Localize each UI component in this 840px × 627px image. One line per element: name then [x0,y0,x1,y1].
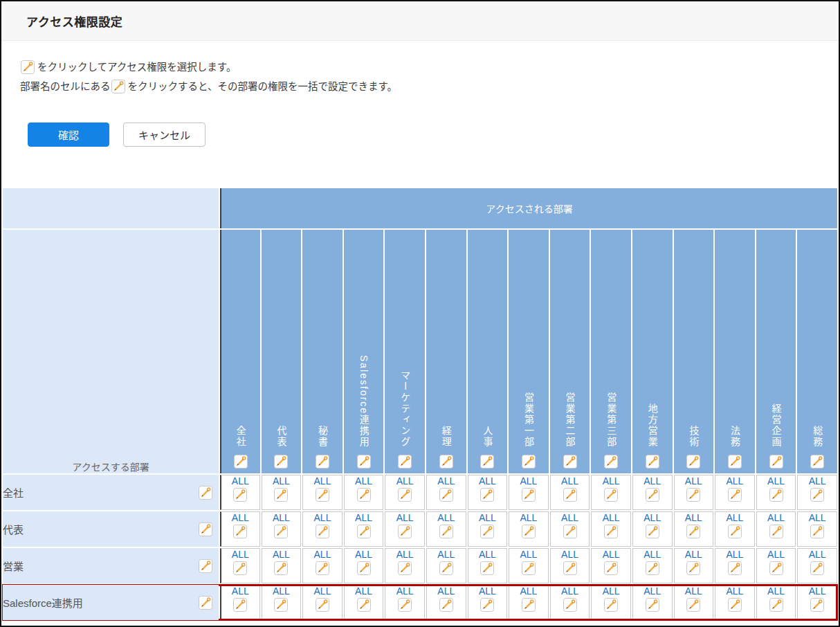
cell-edit-button[interactable] [480,598,494,612]
column-bulk-edit-button[interactable] [604,455,618,469]
permission-value-link[interactable]: ALL [427,475,466,487]
permission-value-link[interactable]: ALL [551,549,590,561]
row-bulk-edit-button[interactable] [199,596,212,610]
column-bulk-edit-button[interactable] [522,455,536,469]
cell-edit-button[interactable] [480,561,494,575]
cell-edit-button[interactable] [398,598,412,612]
column-bulk-edit-button[interactable] [234,455,248,469]
cell-edit-button[interactable] [316,598,329,612]
cell-edit-button[interactable] [357,525,371,538]
cell-edit-button[interactable] [604,525,618,538]
cell-edit-button[interactable] [233,525,247,538]
permission-value-link[interactable]: ALL [262,585,301,597]
column-bulk-edit-button[interactable] [480,455,494,469]
permission-value-link[interactable]: ALL [262,549,301,561]
cell-edit-button[interactable] [439,561,453,575]
permission-value-link[interactable]: ALL [509,475,548,487]
permission-value-link[interactable]: ALL [468,475,507,487]
permission-value-link[interactable]: ALL [221,585,259,597]
cell-edit-button[interactable] [480,525,494,538]
permission-value-link[interactable]: ALL [757,549,796,561]
permission-value-link[interactable]: ALL [385,549,424,561]
permission-value-link[interactable]: ALL [798,475,837,487]
column-bulk-edit-button[interactable] [686,455,700,469]
cell-edit-button[interactable] [274,488,288,502]
permission-value-link[interactable]: ALL [551,475,590,487]
column-bulk-edit-button[interactable] [398,455,412,469]
cell-edit-button[interactable] [233,598,247,612]
permission-value-link[interactable]: ALL [715,549,754,561]
cell-edit-button[interactable] [398,488,412,502]
column-bulk-edit-button[interactable] [810,455,824,469]
column-bulk-edit-button[interactable] [646,455,659,469]
cell-edit-button[interactable] [522,598,536,612]
cell-edit-button[interactable] [769,598,783,612]
permission-value-link[interactable]: ALL [757,475,796,487]
permission-value-link[interactable]: ALL [675,549,713,561]
column-bulk-edit-button[interactable] [274,455,288,469]
cell-edit-button[interactable] [274,525,288,538]
permission-value-link[interactable]: ALL [262,512,301,524]
permission-value-link[interactable]: ALL [427,549,466,561]
cell-edit-button[interactable] [604,561,618,575]
permission-value-link[interactable]: ALL [798,585,837,597]
permission-value-link[interactable]: ALL [798,549,837,561]
row-bulk-edit-button[interactable] [199,559,212,573]
column-bulk-edit-button[interactable] [563,455,577,469]
cell-edit-button[interactable] [522,488,536,502]
permission-value-link[interactable]: ALL [551,585,590,597]
permission-value-link[interactable]: ALL [427,585,466,597]
cell-edit-button[interactable] [646,598,659,612]
cell-edit-button[interactable] [357,488,371,502]
cell-edit-button[interactable] [274,598,288,612]
cell-edit-button[interactable] [686,488,700,502]
cell-edit-button[interactable] [604,488,618,502]
permission-value-link[interactable]: ALL [757,512,796,524]
cell-edit-button[interactable] [316,561,329,575]
cell-edit-button[interactable] [810,488,824,502]
permission-value-link[interactable]: ALL [592,549,630,561]
permission-value-link[interactable]: ALL [715,475,754,487]
cell-edit-button[interactable] [316,488,329,502]
cell-edit-button[interactable] [728,488,742,502]
cell-edit-button[interactable] [728,525,742,538]
permission-value-link[interactable]: ALL [798,512,837,524]
permission-value-link[interactable]: ALL [551,512,590,524]
confirm-button[interactable]: 確認 [28,122,109,147]
permission-value-link[interactable]: ALL [468,585,507,597]
permission-value-link[interactable]: ALL [468,512,507,524]
cell-edit-button[interactable] [233,488,247,502]
cell-edit-button[interactable] [439,488,453,502]
row-bulk-edit-button[interactable] [199,522,212,536]
column-bulk-edit-button[interactable] [316,455,329,469]
cell-edit-button[interactable] [810,598,824,612]
cell-edit-button[interactable] [522,525,536,538]
permission-value-link[interactable]: ALL [221,475,259,487]
permission-value-link[interactable]: ALL [303,512,342,524]
permission-value-link[interactable]: ALL [509,512,548,524]
cell-edit-button[interactable] [686,561,700,575]
permission-value-link[interactable]: ALL [675,512,713,524]
permission-value-link[interactable]: ALL [221,549,259,561]
cell-edit-button[interactable] [233,561,247,575]
cancel-button[interactable]: キャンセル [123,122,206,147]
permission-value-link[interactable]: ALL [345,512,383,524]
cell-edit-button[interactable] [769,525,783,538]
permission-value-link[interactable]: ALL [385,512,424,524]
permission-value-link[interactable]: ALL [427,512,466,524]
cell-edit-button[interactable] [810,525,824,538]
cell-edit-button[interactable] [357,598,371,612]
permission-value-link[interactable]: ALL [468,549,507,561]
cell-edit-button[interactable] [357,561,371,575]
cell-edit-button[interactable] [604,598,618,612]
permission-value-link[interactable]: ALL [592,475,630,487]
column-bulk-edit-button[interactable] [769,455,783,469]
cell-edit-button[interactable] [563,561,577,575]
permission-value-link[interactable]: ALL [633,585,672,597]
cell-edit-button[interactable] [439,525,453,538]
permission-value-link[interactable]: ALL [633,512,672,524]
cell-edit-button[interactable] [563,598,577,612]
permission-value-link[interactable]: ALL [633,475,672,487]
permission-value-link[interactable]: ALL [509,549,548,561]
permission-value-link[interactable]: ALL [345,475,383,487]
